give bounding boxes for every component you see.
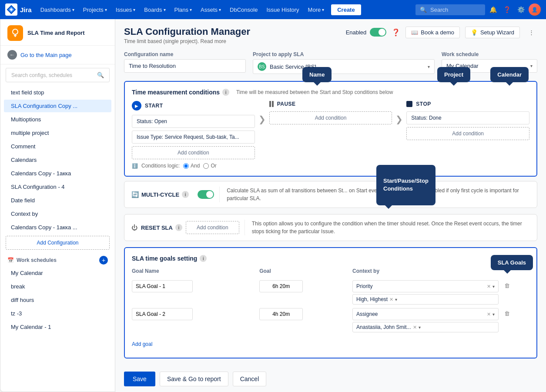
jira-logo[interactable]: Jira <box>5 3 32 16</box>
nav-issues[interactable]: Issues ▾ <box>112 5 139 15</box>
back-icon: ← <box>7 50 17 60</box>
sidebar-nav-item-multioptions[interactable]: Multioptions <box>4 113 111 126</box>
table-row: Add goal <box>132 334 529 351</box>
back-to-main-button[interactable]: ← Go to the Main page <box>0 46 115 64</box>
main-content: Name Project Calendar SLA Configuration … <box>115 19 546 392</box>
info-icon[interactable]: i <box>175 224 182 231</box>
chevron-down-icon: ▾ <box>492 284 495 289</box>
info-icon[interactable]: i <box>182 191 189 198</box>
nav-plans[interactable]: Plans ▾ <box>171 5 196 15</box>
search-placeholder: Search <box>430 7 448 13</box>
sidebar-nav-item-calendars[interactable]: Calendars <box>4 154 111 166</box>
multi-cycle-label: 🔄 MULTI-CYCLE i <box>131 191 189 198</box>
goals-table: Goal Name Goal Context by <box>132 268 529 351</box>
chevron-icon: ▾ <box>322 7 324 12</box>
start-add-condition-button[interactable]: Add condition <box>132 146 255 159</box>
page-header: SLA Configuration Manager Time limit bas… <box>124 26 537 44</box>
user-avatar[interactable]: 👤 <box>529 3 541 16</box>
info-icon[interactable]: i <box>222 89 229 96</box>
search-bar[interactable]: 🔍 Search <box>415 4 485 15</box>
create-button[interactable]: Create <box>331 4 361 15</box>
logic-or-radio[interactable]: Or <box>203 163 216 169</box>
book-demo-button[interactable]: 📖 Book a demo <box>405 27 460 38</box>
sidebar-search[interactable]: 🔍 <box>6 68 110 82</box>
pause-add-condition-button[interactable]: Add condition <box>269 111 392 124</box>
start-condition-1[interactable]: Status: Open <box>132 115 255 128</box>
multi-cycle-toggle[interactable] <box>198 190 214 199</box>
clear-icon[interactable]: ✕ <box>389 297 393 302</box>
logic-and-radio[interactable]: And <box>183 163 200 169</box>
reset-add-condition-button[interactable]: Add condition <box>186 221 239 234</box>
arrow-icon: ❯ <box>392 101 406 124</box>
nav-dbconsole[interactable]: DbConsole <box>226 5 261 15</box>
more-options-button[interactable]: ⋮ <box>525 26 537 38</box>
stop-icon <box>406 101 412 107</box>
sidebar-nav-item-calendars-copy-2[interactable]: Calendars Copy - 1акка ... <box>4 221 111 234</box>
nav-boards[interactable]: Boards ▾ <box>141 5 169 15</box>
add-goal-button[interactable]: Add goal <box>132 339 152 349</box>
sidebar-nav-item-sla-config-4[interactable]: SLA Configuration - 4 <box>4 181 111 193</box>
nav-assets[interactable]: Assets ▾ <box>197 5 224 15</box>
clear-icon[interactable]: ✕ <box>487 312 491 317</box>
clear-icon[interactable]: ✕ <box>487 284 491 289</box>
sidebar-nav-item-comment[interactable]: Comment <box>4 140 111 153</box>
project-select[interactable]: BS Basic Service [BS] ▾ <box>253 59 435 74</box>
sidebar-logo-area: SLA Time and Report <box>0 19 115 46</box>
nav-issue-history[interactable]: Issue History <box>263 5 302 15</box>
sidebar-nav-item-break[interactable]: break <box>4 280 111 293</box>
settings-button[interactable]: ⚙️ <box>515 3 527 16</box>
sidebar-nav-item-tz-3[interactable]: tz -3 <box>4 307 111 320</box>
conditions-logic: ℹ️ Conditions logic: And Or <box>132 163 529 169</box>
sidebar-nav-item-date-field[interactable]: Date field <box>4 194 111 207</box>
goal-2-context-value[interactable]: Anastasiia, John Smit... ✕ ▾ <box>352 322 498 332</box>
start-condition-col: ▶ START Status: Open Issue Type: Service… <box>132 101 255 159</box>
table-row: Assignee ✕ ▾ Anastasiia, John Smit... ✕ … <box>132 306 529 334</box>
goal-1-delete-button[interactable]: 🗑 <box>502 280 513 291</box>
stop-add-condition-button[interactable]: Add condition <box>406 127 529 140</box>
setup-wizard-button[interactable]: 💡 Setup Wizard <box>465 27 520 38</box>
goal-1-context-select[interactable]: Priority ✕ ▾ <box>352 280 498 292</box>
bubble-conditions: Start/Pause/Stop Conditions <box>376 165 435 205</box>
project-avatar: BS <box>258 62 266 71</box>
sidebar-nav-item-text-field-stop[interactable]: text field stop <box>4 86 111 99</box>
goal-1-time-input[interactable] <box>259 280 303 292</box>
stop-label: STOP <box>416 101 431 107</box>
sidebar-nav-item-my-calendar[interactable]: My Calendar <box>4 267 111 279</box>
sidebar-nav-item-context-by[interactable]: Context by <box>4 208 111 220</box>
multi-cycle-description: Calculate SLA as sum of all transitions … <box>219 187 530 202</box>
sidebar-nav-item-calendars-copy-1[interactable]: Calendars Copy - 1акка <box>4 167 111 180</box>
help-button[interactable]: ❓ <box>501 3 513 16</box>
sidebar-nav-item-multiple-project[interactable]: multiple project <box>4 127 111 139</box>
start-condition-2[interactable]: Issue Type: Service Request, Sub-task, T… <box>132 131 255 144</box>
goal-1-name-input[interactable] <box>132 280 193 292</box>
nav-more[interactable]: More ▾ <box>305 5 328 15</box>
page-title: SLA Configuration Manager <box>124 26 250 37</box>
sidebar-nav-item-diff-hours[interactable]: diff hours <box>4 294 111 306</box>
add-configuration-button[interactable]: Add Configuration <box>6 236 110 250</box>
save-go-report-button[interactable]: Save & Go to report <box>160 372 228 386</box>
multi-cycle-row: 🔄 MULTI-CYCLE i Calculate SLA as sum of … <box>124 181 537 208</box>
save-button[interactable]: Save <box>124 372 155 386</box>
sidebar-search-input[interactable] <box>11 72 94 78</box>
notifications-button[interactable]: 🔔 <box>487 3 499 16</box>
nav-dashboards[interactable]: Dashboards ▾ <box>37 5 78 15</box>
nav-projects[interactable]: Projects ▾ <box>80 5 111 15</box>
add-schedule-button[interactable]: + <box>99 256 108 265</box>
sidebar-nav-item-sla-config-copy[interactable]: SLA Configuration Copy ... <box>4 100 111 112</box>
chevron-down-icon: ▾ <box>419 325 421 330</box>
clear-icon[interactable]: ✕ <box>413 325 417 330</box>
config-name-input[interactable] <box>124 59 246 73</box>
help-question-button[interactable]: ❓ <box>392 28 400 37</box>
enabled-switch[interactable] <box>370 28 386 37</box>
stop-condition-1[interactable]: Status: Done <box>406 111 529 124</box>
goal-2-context-select[interactable]: Assignee ✕ ▾ <box>352 308 498 320</box>
cancel-button[interactable]: Cancel <box>233 372 267 386</box>
goal-2-time-input[interactable] <box>259 308 303 320</box>
calendar-icon: 📅 <box>7 257 14 263</box>
info-icon[interactable]: i <box>200 255 207 262</box>
goal-2-delete-button[interactable]: 🗑 <box>502 308 513 318</box>
goal-2-name-input[interactable] <box>132 308 193 320</box>
sidebar-nav-item-my-calendar-1[interactable]: My Calendar - 1 <box>4 321 111 333</box>
goal-1-context-value[interactable]: High, Highest ✕ ▾ <box>352 294 498 305</box>
goal-2-context-col: Assignee ✕ ▾ Anastasiia, John Smit... ✕ … <box>352 308 498 332</box>
